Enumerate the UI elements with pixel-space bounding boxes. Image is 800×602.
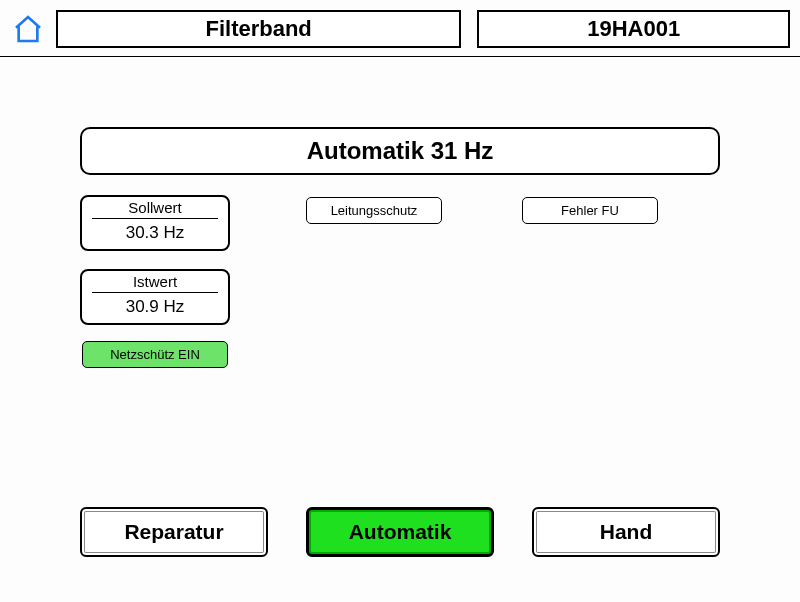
actual-box: Istwert 30.9 Hz (80, 269, 230, 325)
header-bar: Filterband 19HA001 (0, 0, 800, 57)
leitungsschutz-indicator: Leitungsschutz (306, 197, 442, 224)
values-column: Sollwert 30.3 Hz Istwert 30.9 Hz Netzsch… (80, 195, 230, 368)
setpoint-value: 30.3 Hz (82, 219, 228, 249)
netzschuetz-indicator: Netzschütz EIN (82, 341, 228, 368)
setpoint-label: Sollwert (82, 197, 228, 216)
device-code: 19HA001 (477, 10, 790, 48)
actual-label: Istwert (82, 271, 228, 290)
hand-button[interactable]: Hand (532, 507, 720, 557)
reparatur-button[interactable]: Reparatur (80, 507, 268, 557)
page-title: Filterband (56, 10, 461, 48)
automatik-button[interactable]: Automatik (306, 507, 494, 557)
status-display: Automatik 31 Hz (80, 127, 720, 175)
actual-value: 30.9 Hz (82, 293, 228, 323)
setpoint-box: Sollwert 30.3 Hz (80, 195, 230, 251)
mode-buttons: Reparatur Automatik Hand (80, 507, 720, 557)
indicator-row: Leitungsschutz Fehler FU (306, 195, 658, 224)
home-icon[interactable] (10, 11, 46, 47)
fehler-fu-indicator: Fehler FU (522, 197, 658, 224)
main-area: Automatik 31 Hz Sollwert 30.3 Hz Istwert… (0, 57, 800, 368)
